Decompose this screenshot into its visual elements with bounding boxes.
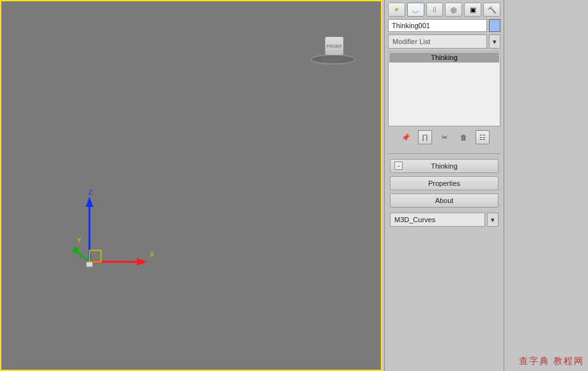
chevron-down-icon: ▾ — [493, 38, 497, 46]
unique-icon: ✂ — [442, 133, 447, 142]
tab-display[interactable]: ▣ — [464, 3, 481, 17]
axis-y-label: Y — [77, 236, 82, 244]
viewport[interactable]: FRONT Z X Y — [0, 0, 382, 371]
tab-utilities[interactable]: 🔨 — [483, 3, 500, 17]
preset-dropdown[interactable]: M3D_Curves — [390, 213, 485, 227]
rollout-about-label: About — [435, 197, 454, 204]
modifier-list-label: Modifier List — [392, 38, 430, 45]
chevron-down-icon: ▾ — [491, 216, 495, 224]
arc-icon: ◡ — [412, 6, 419, 14]
svg-marker-1 — [86, 197, 93, 207]
axis-z-label: Z — [88, 188, 93, 196]
modifier-stack[interactable]: Thinking — [388, 51, 500, 126]
axis-gizmo[interactable]: Z X Y — [72, 193, 155, 269]
axis-x-label: X — [150, 250, 155, 258]
trash-icon: 🗑 — [460, 133, 467, 141]
viewcube-face[interactable]: FRONT — [325, 36, 344, 56]
pin-stack-button[interactable]: 📌 — [399, 130, 413, 144]
sparkle-icon: ✶ — [394, 6, 399, 14]
watermark: 查字典 教程网 — [519, 356, 584, 367]
modifier-list-dropdown[interactable]: Modifier List — [388, 34, 487, 49]
svg-line-4 — [77, 252, 89, 262]
svg-marker-3 — [137, 258, 147, 266]
rollout-about[interactable]: About — [390, 193, 499, 208]
stack-item-thinking[interactable]: Thinking — [389, 52, 499, 63]
object-color-swatch[interactable] — [489, 19, 500, 32]
show-result-icon: ∏ — [422, 133, 428, 141]
separator — [388, 153, 500, 154]
preset-arrow[interactable]: ▾ — [487, 213, 499, 227]
configure-icon: ☷ — [479, 133, 486, 142]
object-name-input[interactable] — [388, 19, 487, 32]
modifier-list-arrow[interactable]: ▾ — [489, 34, 500, 49]
minus-icon: - — [394, 162, 403, 170]
configure-sets-button[interactable]: ☷ — [476, 130, 490, 144]
hierarchy-icon: 𓏟 — [433, 6, 436, 13]
rollout-thinking[interactable]: - Thinking — [390, 159, 499, 173]
svg-point-5 — [72, 247, 79, 254]
monitor-icon: ▣ — [470, 6, 476, 14]
panel-tabs: ✶ ◡ 𓏟 ◎ ▣ 🔨 — [388, 3, 500, 17]
make-unique-button[interactable]: ✂ — [437, 130, 451, 144]
rollout-thinking-label: Thinking — [431, 162, 458, 170]
remove-modifier-button[interactable]: 🗑 — [456, 130, 470, 144]
show-end-result-button[interactable]: ∏ — [418, 130, 432, 144]
rollout-properties[interactable]: Properties — [390, 176, 499, 190]
side-gutter: 查字典 教程网 jiaocheng.chazidian.net — [504, 0, 588, 371]
svg-rect-7 — [86, 262, 93, 267]
viewcube[interactable]: FRONT — [311, 30, 355, 65]
tab-motion[interactable]: ◎ — [445, 3, 462, 17]
svg-rect-6 — [89, 250, 101, 262]
wheel-icon: ◎ — [451, 6, 457, 14]
rollout-properties-label: Properties — [428, 179, 460, 187]
stack-toolbar: 📌 ∏ ✂ 🗑 ☷ — [388, 130, 500, 146]
command-panel: ✶ ◡ 𓏟 ◎ ▣ 🔨 — [384, 0, 504, 371]
tab-modify[interactable]: ◡ — [407, 3, 424, 17]
tab-hierarchy[interactable]: 𓏟 — [426, 3, 444, 17]
hammer-icon: 🔨 — [488, 6, 497, 14]
tab-create[interactable]: ✶ — [388, 3, 405, 17]
preset-label: M3D_Curves — [394, 216, 435, 223]
pin-icon: 📌 — [401, 133, 410, 142]
